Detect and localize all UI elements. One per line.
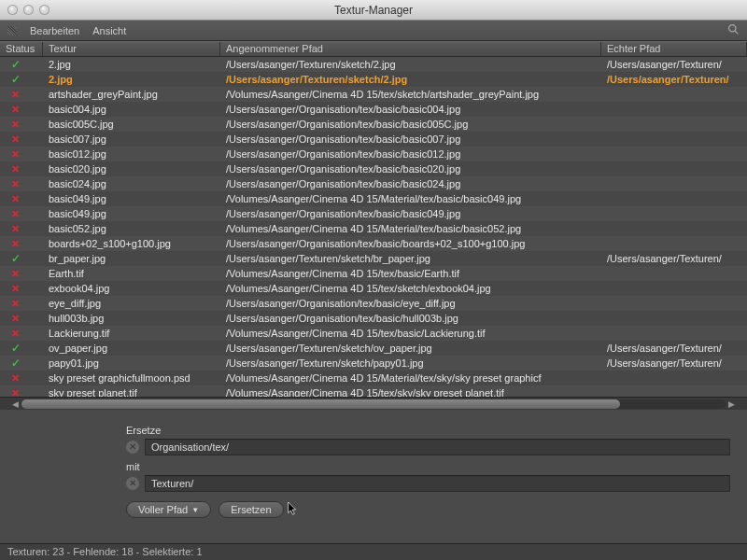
- cell-texture: basic024.jpg: [43, 178, 220, 189]
- cell-texture: basic049.jpg: [43, 208, 220, 219]
- table-row[interactable]: ✕boards+02_s100+g100.jpg/Users/asanger/O…: [0, 236, 747, 251]
- table-row[interactable]: ✓ov_paper.jpg/Users/asanger/Texturen/ske…: [0, 341, 747, 356]
- cell-assumed-path: /Volumes/Asanger/Cinema 4D 15/tex/sketch…: [220, 283, 601, 294]
- table-row[interactable]: ✕sky preset graphicfullmoon.psd/Volumes/…: [0, 371, 747, 385]
- cross-icon: ✕: [0, 178, 43, 190]
- cross-icon: ✕: [0, 328, 43, 340]
- cell-assumed-path: /Users/asanger/Organisation/tex/basic/ey…: [220, 298, 601, 309]
- cross-icon: ✕: [0, 163, 43, 175]
- column-texture[interactable]: Textur: [43, 42, 220, 56]
- cell-real-path: /Users/asanger/Texturen/: [601, 59, 747, 70]
- scrollbar-track[interactable]: [21, 399, 726, 409]
- column-real-path[interactable]: Echter Pfad: [601, 42, 747, 56]
- cross-icon: ✕: [0, 268, 43, 280]
- table-row[interactable]: ✓papy01.jpg/Users/asanger/Texturen/sketc…: [0, 356, 747, 371]
- check-icon: ✓: [0, 252, 43, 265]
- cell-texture: basic049.jpg: [43, 193, 220, 204]
- cursor-icon: [288, 502, 299, 517]
- replace-button[interactable]: Ersetzen: [218, 501, 283, 518]
- cell-assumed-path: /Users/asanger/Organisation/tex/basic/ba…: [220, 148, 601, 160]
- menu-edit[interactable]: Bearbeiten: [30, 25, 79, 36]
- table-header: Status Textur Angenommener Pfad Echter P…: [0, 41, 747, 57]
- table-row[interactable]: ✕basic004.jpg/Users/asanger/Organisation…: [0, 102, 747, 117]
- cell-assumed-path: /Volumes/Asanger/Cinema 4D 15/tex/basic/…: [220, 328, 601, 339]
- cross-icon: ✕: [0, 283, 43, 295]
- cell-texture: 2.jpg: [43, 74, 220, 85]
- scroll-right-icon[interactable]: ▶: [726, 399, 738, 409]
- cell-assumed-path: /Users/asanger/Texturen/sketch/2.jpg: [220, 74, 601, 85]
- table-row[interactable]: ✕sky preset planet.tif/Volumes/Asanger/C…: [0, 385, 747, 397]
- cross-icon: ✕: [0, 193, 43, 205]
- cell-assumed-path: /Users/asanger/Organisation/tex/basic/ba…: [220, 208, 601, 219]
- table-row[interactable]: ✕basic020.jpg/Users/asanger/Organisation…: [0, 161, 747, 176]
- cell-assumed-path: /Volumes/Asanger/Cinema 4D 15/Material/t…: [220, 193, 601, 204]
- table-row[interactable]: ✕basic052.jpg/Volumes/Asanger/Cinema 4D …: [0, 221, 747, 236]
- cell-assumed-path: /Volumes/Asanger/Cinema 4D 15/Material/t…: [220, 223, 601, 234]
- cell-assumed-path: /Users/asanger/Organisation/tex/basic/ba…: [220, 133, 601, 145]
- cell-texture: hull003b.jpg: [43, 313, 220, 324]
- clear-search-icon[interactable]: ✕: [126, 441, 139, 454]
- replace-label: Ersetze: [126, 425, 730, 436]
- replace-input[interactable]: [145, 475, 730, 492]
- cell-texture: Earth.tif: [43, 268, 220, 279]
- table-row[interactable]: ✕exbook04.jpg/Volumes/Asanger/Cinema 4D …: [0, 281, 747, 296]
- window-title: Textur-Manager: [0, 4, 747, 17]
- cell-assumed-path: /Users/asanger/Organisation/tex/basic/hu…: [220, 313, 601, 324]
- cell-assumed-path: /Volumes/Asanger/Cinema 4D 15/tex/basic/…: [220, 268, 601, 279]
- column-status[interactable]: Status: [0, 42, 43, 56]
- table-row[interactable]: ✓2.jpg/Users/asanger/Texturen/sketch/2.j…: [0, 72, 747, 87]
- cross-icon: ✕: [0, 313, 43, 325]
- table-row[interactable]: ✕basic012.jpg/Users/asanger/Organisation…: [0, 147, 747, 161]
- cell-texture: papy01.jpg: [43, 357, 220, 369]
- menu-view[interactable]: Ansicht: [92, 25, 126, 36]
- table-row[interactable]: ✕Earth.tif/Volumes/Asanger/Cinema 4D 15/…: [0, 266, 747, 281]
- replace-form: Ersetze ✕ mit ✕ Voller Pfad ▼ Ersetzen: [0, 410, 747, 524]
- cell-real-path: /Users/asanger/Texturen/: [601, 253, 747, 264]
- cell-real-path: /Users/asanger/Texturen/: [601, 74, 747, 85]
- cell-assumed-path: /Users/asanger/Organisation/tex/basic/ba…: [220, 178, 601, 189]
- table-body[interactable]: ✓2.jpg/Users/asanger/Texturen/sketch/2.j…: [0, 57, 747, 397]
- cell-texture: exbook04.jpg: [43, 283, 220, 294]
- table-row[interactable]: ✕artshader_greyPaint.jpg/Volumes/Asanger…: [0, 87, 747, 102]
- table-row[interactable]: ✓2.jpg/Users/asanger/Texturen/sketch/2.j…: [0, 57, 747, 72]
- statusbar: Texturen: 23 - Fehlende: 18 - Selektiert…: [0, 543, 747, 560]
- table-row[interactable]: ✕eye_diff.jpg/Users/asanger/Organisation…: [0, 296, 747, 311]
- check-icon: ✓: [0, 73, 43, 86]
- titlebar: Textur-Manager: [0, 0, 747, 21]
- cross-icon: ✕: [0, 119, 43, 131]
- table-row[interactable]: ✕basic049.jpg/Volumes/Asanger/Cinema 4D …: [0, 191, 747, 206]
- table-row[interactable]: ✕basic024.jpg/Users/asanger/Organisation…: [0, 176, 747, 191]
- table-row[interactable]: ✕Lackierung.tif/Volumes/Asanger/Cinema 4…: [0, 326, 747, 341]
- cell-texture: sky preset graphicfullmoon.psd: [43, 372, 220, 384]
- cell-texture: Lackierung.tif: [43, 328, 220, 339]
- cell-assumed-path: /Users/asanger/Texturen/sketch/ov_paper.…: [220, 343, 601, 354]
- check-icon: ✓: [0, 342, 43, 355]
- scroll-left-icon[interactable]: ◀: [9, 399, 21, 409]
- cross-icon: ✕: [0, 148, 43, 161]
- cell-real-path: /Users/asanger/Texturen/: [601, 343, 747, 354]
- column-assumed-path[interactable]: Angenommener Pfad: [220, 42, 601, 56]
- cross-icon: ✕: [0, 133, 43, 146]
- cell-assumed-path: /Users/asanger/Organisation/tex/basic/bo…: [220, 238, 601, 249]
- search-input[interactable]: [145, 439, 730, 455]
- cell-texture: basic020.jpg: [43, 163, 220, 175]
- table-row[interactable]: ✕basic005C.jpg/Users/asanger/Organisatio…: [0, 117, 747, 132]
- mode-dropdown[interactable]: Voller Pfad ▼: [126, 501, 211, 518]
- cell-texture: eye_diff.jpg: [43, 298, 220, 309]
- table-row[interactable]: ✕basic007.jpg/Users/asanger/Organisation…: [0, 132, 747, 147]
- svg-point-0: [729, 24, 736, 31]
- horizontal-scrollbar[interactable]: ◀ ▶: [0, 397, 747, 410]
- cross-icon: ✕: [0, 208, 43, 220]
- scrollbar-thumb[interactable]: [21, 399, 620, 409]
- table-row[interactable]: ✓br_paper.jpg/Users/asanger/Texturen/ske…: [0, 251, 747, 266]
- cross-icon: ✕: [0, 104, 43, 116]
- check-icon: ✓: [0, 58, 43, 71]
- cross-icon: ✕: [0, 372, 43, 385]
- clear-replace-icon[interactable]: ✕: [126, 477, 139, 490]
- table-row[interactable]: ✕hull003b.jpg/Users/asanger/Organisation…: [0, 311, 747, 326]
- search-icon[interactable]: [727, 23, 740, 38]
- chevron-down-icon: ▼: [191, 506, 199, 514]
- cell-texture: basic052.jpg: [43, 223, 220, 234]
- cross-icon: ✕: [0, 238, 43, 250]
- table-row[interactable]: ✕basic049.jpg/Users/asanger/Organisation…: [0, 206, 747, 221]
